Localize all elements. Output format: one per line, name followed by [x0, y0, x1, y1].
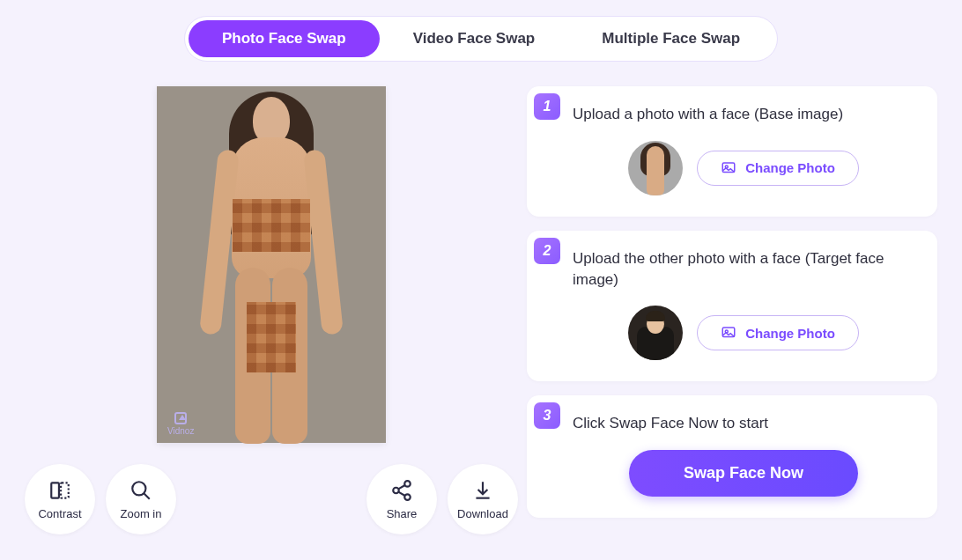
- step-1-title: Upload a photo with a face (Base image): [573, 104, 914, 125]
- svg-point-4: [404, 481, 411, 487]
- watermark-text: Vidnoz: [167, 426, 194, 436]
- svg-line-7: [398, 485, 405, 489]
- change-target-label: Change Photo: [745, 326, 835, 341]
- share-icon: [390, 479, 413, 502]
- svg-line-8: [398, 491, 405, 495]
- mode-tabs: Photo Face Swap Video Face Swap Multiple…: [184, 16, 778, 62]
- step-3-title: Click Swap Face Now to start: [573, 413, 914, 434]
- download-button[interactable]: Download: [448, 464, 518, 534]
- svg-point-2: [132, 482, 145, 495]
- zoom-in-label: Zoom in: [121, 507, 162, 520]
- share-label: Share: [387, 507, 418, 520]
- step-badge-1: 1: [534, 93, 560, 120]
- step-badge-3: 3: [534, 402, 560, 429]
- svg-point-6: [404, 494, 411, 500]
- image-icon: [721, 160, 736, 176]
- svg-point-5: [393, 487, 399, 493]
- base-image-thumb: [628, 141, 683, 195]
- step-1: 1 Upload a photo with a face (Base image…: [527, 86, 937, 217]
- tab-photo-face-swap[interactable]: Photo Face Swap: [189, 20, 380, 57]
- download-label: Download: [457, 507, 508, 520]
- zoom-in-button[interactable]: Zoom in: [106, 464, 176, 534]
- censor-pixelation: [233, 199, 310, 252]
- change-base-photo-button[interactable]: Change Photo: [697, 151, 859, 186]
- step-3: 3 Click Swap Face Now to start Swap Face…: [527, 395, 937, 518]
- tab-video-face-swap[interactable]: Video Face Swap: [380, 20, 569, 57]
- download-icon: [471, 479, 494, 502]
- contrast-icon: [48, 479, 71, 502]
- zoom-in-icon: [130, 479, 152, 502]
- result-preview: Vidnoz: [157, 86, 386, 443]
- svg-rect-1: [61, 483, 69, 497]
- contrast-button[interactable]: Contrast: [25, 464, 95, 534]
- svg-rect-0: [51, 483, 59, 497]
- tab-multiple-face-swap[interactable]: Multiple Face Swap: [568, 20, 773, 57]
- change-base-label: Change Photo: [745, 160, 835, 175]
- censor-pixelation: [247, 302, 296, 372]
- step-badge-2: 2: [534, 238, 560, 264]
- step-2-title: Upload the other photo with a face (Targ…: [573, 248, 914, 291]
- step-2: 2 Upload the other photo with a face (Ta…: [527, 231, 937, 382]
- vidnoz-logo-icon: [174, 412, 187, 424]
- contrast-label: Contrast: [38, 507, 81, 520]
- target-image-thumb: [628, 306, 683, 360]
- change-target-photo-button[interactable]: Change Photo: [697, 315, 859, 350]
- image-icon: [721, 325, 736, 341]
- swap-face-now-button[interactable]: Swap Face Now: [629, 450, 858, 497]
- share-button[interactable]: Share: [366, 464, 437, 534]
- watermark: Vidnoz: [167, 412, 194, 436]
- svg-line-3: [144, 493, 150, 499]
